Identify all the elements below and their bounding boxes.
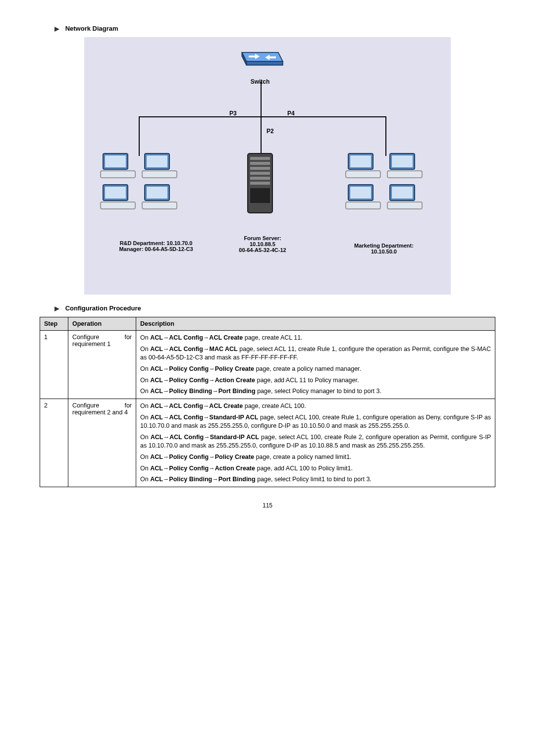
caption-line: R&D Department: 10.10.70.0 (120, 240, 193, 246)
forum-server-caption: Forum Server: 10.10.88.5 00-64-A5-32-4C-… (220, 235, 305, 253)
svg-marker-1 (242, 52, 282, 61)
port-label-p4: P4 (287, 110, 295, 117)
desc-text: page, create a policy named manager. (254, 365, 361, 372)
desc-text: page, create ACL 11. (243, 334, 302, 341)
section-heading-config-procedure: Configuration Procedure (54, 304, 495, 312)
svg-rect-22 (250, 182, 270, 185)
svg-rect-8 (147, 155, 167, 167)
desc-text: On (140, 346, 150, 353)
table-header-row: Step Operation Description (40, 317, 495, 331)
diagram-line (261, 116, 262, 156)
switch-group: Switch (233, 37, 287, 85)
svg-rect-20 (250, 172, 270, 175)
forum-server-group (218, 151, 302, 217)
desktop-icon (98, 151, 138, 181)
caption-line: Forum Server: (244, 235, 281, 241)
desktop-icon (385, 151, 425, 181)
desc-bold: ACL→ACL Config→Standard-IP ACL (151, 434, 259, 441)
svg-rect-21 (250, 177, 270, 180)
caption-line: Manager: 00-64-A5-5D-12-C3 (119, 246, 193, 252)
svg-marker-36 (54, 306, 59, 311)
configuration-table: Step Operation Description 1 Configure f… (40, 317, 495, 487)
desc-text: On (140, 377, 150, 384)
svg-rect-11 (105, 187, 126, 199)
desc-text: On (140, 334, 150, 341)
desc-text: On (140, 403, 150, 409)
svg-rect-34 (392, 187, 413, 199)
desktop-icon (98, 182, 138, 212)
cell-description: On ACL→ACL Config→ACL Create page, creat… (136, 399, 495, 487)
svg-rect-35 (387, 202, 422, 209)
svg-marker-2 (247, 61, 283, 65)
diagram-line (261, 82, 262, 116)
desc-bold: ACL→Policy Binding→Port Binding (150, 388, 256, 395)
diagram-line (139, 116, 386, 117)
svg-rect-5 (105, 155, 126, 167)
svg-rect-9 (142, 171, 177, 178)
svg-rect-31 (350, 187, 371, 199)
desktop-icon (140, 182, 179, 212)
switch-label: Switch (233, 78, 287, 85)
svg-rect-23 (250, 188, 270, 203)
desktop-icon (343, 151, 383, 181)
desktop-icon (385, 182, 425, 212)
desc-text: page, add ACL 100 to Policy limit1. (255, 465, 353, 472)
desc-bold: ACL→ACL Config→ACL Create (150, 334, 243, 341)
cell-step: 2 (40, 399, 68, 487)
heading-text: Configuration Procedure (65, 304, 141, 312)
diagram-line (139, 116, 140, 156)
svg-rect-25 (350, 155, 371, 167)
desktop-icon (343, 182, 383, 212)
svg-rect-17 (250, 157, 270, 160)
cell-operation: Configure for requirement 2 and 4 (68, 399, 136, 487)
desc-text: On (140, 434, 151, 441)
arrow-right-icon (54, 306, 59, 311)
arrow-right-icon (54, 27, 59, 32)
svg-rect-6 (101, 171, 135, 178)
svg-rect-14 (147, 187, 167, 199)
heading-text: Network Diagram (65, 25, 118, 32)
cell-operation: Configure for requirement 1 (68, 331, 136, 399)
svg-rect-18 (250, 162, 270, 165)
rd-department-group (97, 151, 181, 213)
desc-bold: ACL→Policy Binding→Port Binding (150, 476, 256, 483)
diagram-line (385, 116, 386, 156)
cell-description: On ACL→ACL Config→ACL Create page, creat… (136, 331, 495, 399)
cell-step: 1 (40, 331, 68, 399)
desc-text: page, add ACL 11 to Policy manager. (255, 377, 359, 384)
desc-text: On (140, 388, 150, 395)
desc-text: page, create ACL 100. (243, 403, 306, 409)
page-number: 115 (40, 502, 495, 509)
desc-bold: ACL→ACL Config→ACL Create (150, 403, 243, 409)
port-label-p3: P3 (229, 110, 237, 117)
svg-rect-32 (346, 202, 380, 209)
svg-rect-15 (142, 202, 177, 209)
table-row: 1 Configure for requirement 1 On ACL→ACL… (40, 331, 495, 399)
desc-text: page, select Policy manager to bind to p… (256, 388, 381, 395)
marketing-department-caption: Marketing Department: 10.10.50.0 (334, 243, 433, 254)
svg-rect-28 (392, 155, 413, 167)
caption-line: 10.10.88.5 (250, 241, 275, 247)
desktop-icon (140, 151, 179, 181)
caption-line: Marketing Department: (354, 243, 414, 249)
desc-text: On (140, 465, 150, 472)
desc-bold: ACL→ACL Config→MAC ACL (150, 346, 238, 353)
marketing-department-group (342, 151, 426, 213)
switch-icon (233, 37, 287, 77)
desc-text: page, create a policy named limit1. (254, 454, 352, 460)
desc-text: On (140, 454, 150, 460)
desc-bold: ACL→Policy Config→Policy Create (150, 365, 254, 372)
network-diagram: Switch P3 P4 P2 R&D De (84, 37, 451, 295)
table-row: 2 Configure for requirement 2 and 4 On A… (40, 399, 495, 487)
svg-rect-29 (387, 171, 422, 178)
desc-bold: ACL→Policy Config→Action Create (150, 465, 255, 472)
desc-bold: ACL→Policy Config→Policy Create (150, 454, 254, 460)
col-header-operation: Operation (68, 317, 136, 331)
svg-rect-19 (250, 167, 270, 170)
svg-rect-12 (101, 202, 135, 209)
desc-bold: ACL→ACL Config→Standard-IP ACL (150, 414, 258, 421)
rd-department-caption: R&D Department: 10.10.70.0 Manager: 00-6… (107, 240, 206, 252)
svg-rect-26 (346, 171, 380, 178)
section-heading-network-diagram: Network Diagram (54, 25, 495, 32)
desc-bold: ACL→Policy Config→Action Create (150, 377, 255, 384)
